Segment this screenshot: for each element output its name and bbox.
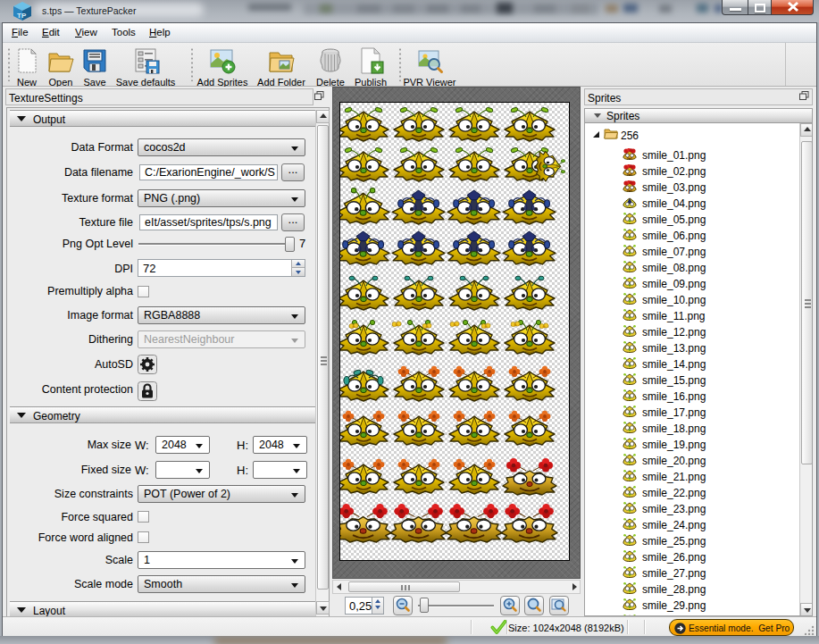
- svg-text:TP: TP: [17, 12, 27, 20]
